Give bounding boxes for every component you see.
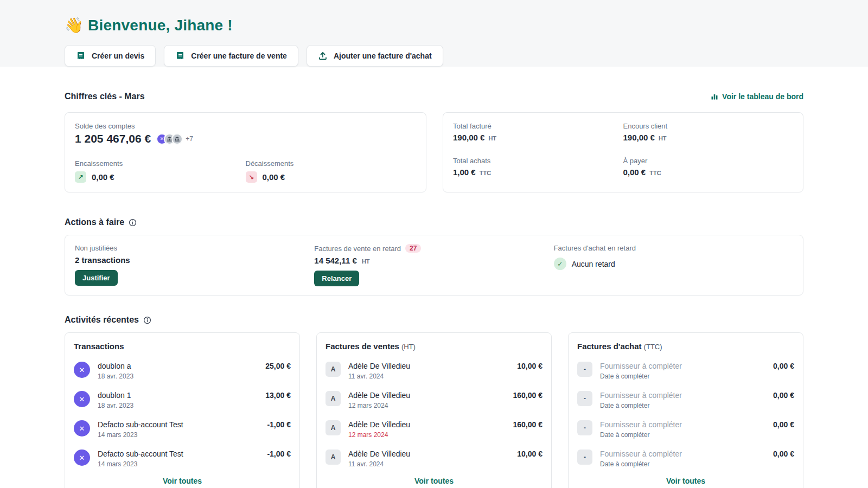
transaction-name: doublon 1	[98, 391, 133, 400]
create-quote-button[interactable]: Créer un devis	[65, 45, 156, 67]
transaction-row[interactable]: ✕ doublon a 18 avr. 2023 25,00 €	[74, 356, 291, 386]
purchase-invoice-row[interactable]: - Fournisseur à compléter Date à complét…	[577, 386, 794, 415]
stat-label: Total facturé	[453, 122, 623, 130]
client-avatar: A	[326, 391, 341, 406]
stat-label: À payer	[623, 157, 794, 165]
more-accounts-count: +7	[186, 135, 193, 143]
invoice-date: 11 avr. 2024	[348, 373, 410, 380]
supplier-name: Fournisseur à compléter	[600, 420, 682, 429]
stat-unit: TTC	[649, 170, 661, 176]
info-icon[interactable]	[143, 316, 151, 324]
account-avatars[interactable]: ✕	[156, 133, 183, 145]
arrow-up-right-icon: ↗	[75, 171, 86, 183]
transaction-row[interactable]: ✕ Defacto sub-account Test 14 mars 2023 …	[74, 444, 291, 473]
create-sales-invoice-label: Créer une facture de vente	[191, 52, 287, 60]
transaction-amount: -1,00 €	[267, 420, 291, 429]
late-sales-count-badge: 27	[405, 244, 421, 253]
sales-invoice-row[interactable]: A Adèle De Villedieu 11 avr. 2024 10,00 …	[326, 444, 542, 473]
client-avatar: A	[326, 450, 341, 465]
cash-in-value: 0,00 €	[92, 172, 114, 182]
stat-value: 190,00 €	[623, 133, 655, 142]
purchase-invoice-row[interactable]: - Fournisseur à compléter Date à complét…	[577, 356, 794, 386]
supplier-name: Fournisseur à compléter	[600, 362, 682, 370]
balance-value: 1 205 467,06 €	[75, 132, 151, 145]
unjustified-label: Non justifiées	[75, 244, 117, 252]
purchases-card-unit: (TTC)	[644, 343, 662, 351]
transaction-row[interactable]: ✕ Defacto sub-account Test 14 mars 2023 …	[74, 415, 291, 444]
supplier-avatar: -	[577, 391, 592, 406]
page-title: 👋 Bienvenue, Jihane !	[65, 16, 803, 34]
add-purchase-invoice-button[interactable]: Ajouter une facture d'achat	[307, 45, 443, 67]
stat-unit: HT	[488, 135, 496, 142]
actions-section: Actions à faire Non justifiées 2 transac…	[65, 217, 803, 296]
supplier-avatar: -	[577, 420, 592, 435]
stat-value: 190,00 €	[453, 133, 484, 142]
justify-button[interactable]: Justifier	[75, 270, 118, 286]
late-purchases-block: Factures d'achat en retard ✓ Aucun retar…	[554, 244, 793, 286]
transaction-amount: -1,00 €	[267, 450, 291, 458]
see-all-sales-link[interactable]: Voir toutes	[326, 477, 542, 485]
stat-value: 1,00 €	[453, 168, 476, 177]
purchase-invoice-row[interactable]: - Fournisseur à compléter Date à complét…	[577, 444, 794, 473]
late-sales-block: Factures de vente en retard 27 14 542,11…	[314, 244, 553, 286]
transaction-date: 18 avr. 2023	[98, 373, 133, 380]
purchase-invoice-row[interactable]: - Fournisseur à compléter Date à complét…	[577, 415, 794, 444]
stat-unit: HT	[659, 135, 667, 142]
transaction-amount: 25,00 €	[265, 362, 291, 370]
unjustified-block: Non justifiées 2 transactions Justifier	[75, 244, 314, 286]
invoice-date: Date à compléter	[600, 460, 682, 468]
cash-out-value: 0,00 €	[263, 172, 285, 182]
invoice-date: 11 avr. 2024	[348, 460, 410, 468]
cash-out-label: Décaissements	[246, 159, 417, 168]
dashboard-link[interactable]: Voir le tableau de bord	[711, 92, 803, 101]
stat-total-invoiced: Total facturé 190,00 € HT	[453, 122, 623, 142]
sales-card-title: Factures de ventes	[326, 342, 399, 351]
sales-invoice-row[interactable]: A Adèle De Villedieu 12 mars 2024 160,00…	[326, 386, 542, 415]
stat-label: Encours client	[623, 122, 794, 130]
arrow-down-right-icon: ↘	[246, 171, 257, 183]
key-figures-section: Chiffres clés - Mars Voir le tableau de …	[65, 92, 803, 192]
late-sales-value: 14 542,11 €	[314, 256, 356, 265]
invoice-icon	[175, 51, 185, 61]
check-icon: ✓	[554, 258, 566, 270]
activities-title: Activités récentes	[65, 315, 139, 325]
transaction-date: 14 mars 2023	[98, 431, 183, 439]
invoice-date: Date à compléter	[600, 431, 682, 439]
late-sales-unit: HT	[362, 258, 370, 265]
sales-invoice-row[interactable]: A Adèle De Villedieu 12 mars 2024 160,00…	[326, 415, 542, 444]
bank-account-icon	[171, 133, 183, 145]
supplier-avatar: -	[577, 450, 592, 465]
see-all-transactions-link[interactable]: Voir toutes	[74, 477, 291, 485]
actions-card: Non justifiées 2 transactions Justifier …	[65, 235, 803, 296]
stat-unit: TTC	[480, 170, 491, 176]
info-icon[interactable]	[129, 219, 137, 227]
client-name: Adèle De Villedieu	[348, 420, 410, 429]
actions-title: Actions à faire	[65, 217, 124, 227]
invoice-amount: 10,00 €	[517, 450, 542, 458]
cash-out-block: Décaissements ↘ 0,00 €	[246, 159, 417, 183]
invoice-date: Date à compléter	[600, 402, 682, 409]
remind-button[interactable]: Relancer	[314, 271, 359, 286]
transaction-name: Defacto sub-account Test	[98, 450, 183, 458]
activities-section: Activités récentes Transactions ✕ doublo…	[65, 315, 803, 488]
stat-total-purchases: Total achats 1,00 € TTC	[453, 157, 623, 177]
see-all-purchases-link[interactable]: Voir toutes	[577, 477, 794, 485]
qonto-icon: ✕	[74, 362, 90, 378]
invoice-date-overdue: 12 mars 2024	[348, 431, 410, 439]
invoice-amount: 160,00 €	[513, 420, 543, 429]
add-purchase-invoice-label: Ajouter une facture d'achat	[334, 52, 432, 60]
transactions-card: Transactions ✕ doublon a 18 avr. 2023 25…	[65, 332, 300, 488]
create-sales-invoice-button[interactable]: Créer une facture de vente	[164, 45, 298, 67]
transaction-date: 14 mars 2023	[98, 460, 183, 468]
upload-icon	[318, 51, 328, 61]
late-sales-label: Factures de vente en retard	[314, 245, 401, 253]
client-avatar: A	[326, 362, 341, 377]
create-quote-label: Créer un devis	[92, 52, 144, 60]
client-name: Adèle De Villedieu	[348, 450, 410, 458]
sales-invoice-row[interactable]: A Adèle De Villedieu 11 avr. 2024 10,00 …	[326, 356, 542, 386]
transactions-card-title: Transactions	[74, 342, 291, 351]
transaction-amount: 13,00 €	[265, 391, 291, 400]
supplier-avatar: -	[577, 362, 592, 377]
transaction-row[interactable]: ✕ doublon 1 18 avr. 2023 13,00 €	[74, 386, 291, 415]
supplier-name: Fournisseur à compléter	[600, 450, 682, 458]
